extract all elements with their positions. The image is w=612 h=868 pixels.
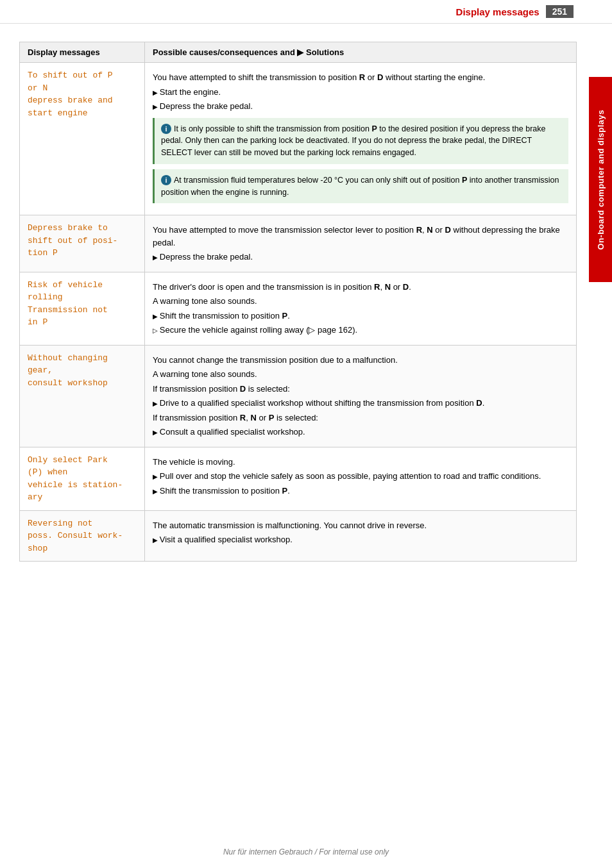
arrow-item: Shift the transmission to position P. xyxy=(153,485,568,497)
message-cell-row2: Depress brake toshift out of posi-tion P xyxy=(20,215,145,272)
description-cell-row3: The driver's door is open and the transm… xyxy=(145,272,577,345)
desc-text: The automatic transmission is malfunctio… xyxy=(153,519,568,532)
desc-text: You have attempted to shift the transmis… xyxy=(153,71,568,84)
col1-header: Display messages xyxy=(20,42,145,63)
table-row: Risk of vehiclerollingTransmission notin… xyxy=(20,272,577,345)
description-cell-row1: You have attempted to shift the transmis… xyxy=(145,63,577,215)
table-row: Without changinggear,consult workshopYou… xyxy=(20,345,577,447)
footer-text: Nur für internen Gebrauch / For internal… xyxy=(223,847,389,856)
arrow-item: Depress the brake pedal. xyxy=(153,251,568,263)
description-cell-row5: The vehicle is moving.Pull over and stop… xyxy=(145,447,577,510)
page-number: 251 xyxy=(546,5,574,18)
message-cell-row3: Risk of vehiclerollingTransmission notin… xyxy=(20,272,145,345)
footer: Nur für internen Gebrauch / For internal… xyxy=(0,847,612,856)
desc-text: A warning tone also sounds. xyxy=(153,295,568,308)
table-row: Depress brake toshift out of posi-tion P… xyxy=(20,215,577,272)
desc-text: You have attempted to move the transmiss… xyxy=(153,224,568,249)
info-block: iAt transmission fluid temperatures belo… xyxy=(153,169,568,204)
message-cell-row5: Only select Park(P) whenvehicle is stati… xyxy=(20,447,145,510)
side-tab-label: On-board computer and displays xyxy=(596,110,606,250)
arrow-item: Pull over and stop the vehicle safely as… xyxy=(153,470,568,483)
info-block: iIt is only possible to shift the transm… xyxy=(153,118,568,164)
arrow-item: Drive to a qualified specialist workshop… xyxy=(153,397,568,410)
desc-text: The driver's door is open and the transm… xyxy=(153,281,568,294)
table-row: Reversing notposs. Consult work-shopThe … xyxy=(20,510,577,562)
desc-text: You cannot change the transmission posit… xyxy=(153,354,568,367)
col2-header: Possible causes/consequences and ▶ Solut… xyxy=(145,42,577,63)
description-cell-row4: You cannot change the transmission posit… xyxy=(145,345,577,447)
desc-text: If transmission position D is selected: xyxy=(153,383,568,396)
header-title: Display messages xyxy=(456,6,540,17)
message-cell-row1: To shift out of Por Ndepress brake andst… xyxy=(20,63,145,215)
message-cell-row6: Reversing notposs. Consult work-shop xyxy=(20,510,145,562)
arrow-item: Depress the brake pedal. xyxy=(153,100,568,113)
table-row: To shift out of Por Ndepress brake andst… xyxy=(20,63,577,215)
arrow-item: Start the engine. xyxy=(153,86,568,99)
header-bar: Display messages 251 xyxy=(0,0,612,24)
desc-text: The vehicle is moving. xyxy=(153,456,568,469)
arrow-item: Shift the transmission to position P. xyxy=(153,310,568,322)
message-cell-row4: Without changinggear,consult workshop xyxy=(20,345,145,447)
description-cell-row6: The automatic transmission is malfunctio… xyxy=(145,510,577,562)
description-cell-row2: You have attempted to move the transmiss… xyxy=(145,215,577,272)
info-icon: i xyxy=(161,175,171,185)
sub-arrow-item: Secure the vehicle against rolling away … xyxy=(153,324,568,337)
main-content: Display messages Possible causes/consequ… xyxy=(0,24,612,574)
table-row: Only select Park(P) whenvehicle is stati… xyxy=(20,447,577,510)
display-messages-table: Display messages Possible causes/consequ… xyxy=(19,42,577,562)
arrow-item: Visit a qualified specialist workshop. xyxy=(153,533,568,546)
arrow-item: Consult a qualified specialist workshop. xyxy=(153,426,568,438)
desc-text: If transmission position R, N or P is se… xyxy=(153,412,568,424)
side-tab: On-board computer and displays xyxy=(589,77,612,282)
desc-text: A warning tone also sounds. xyxy=(153,368,568,381)
info-icon: i xyxy=(161,124,171,134)
